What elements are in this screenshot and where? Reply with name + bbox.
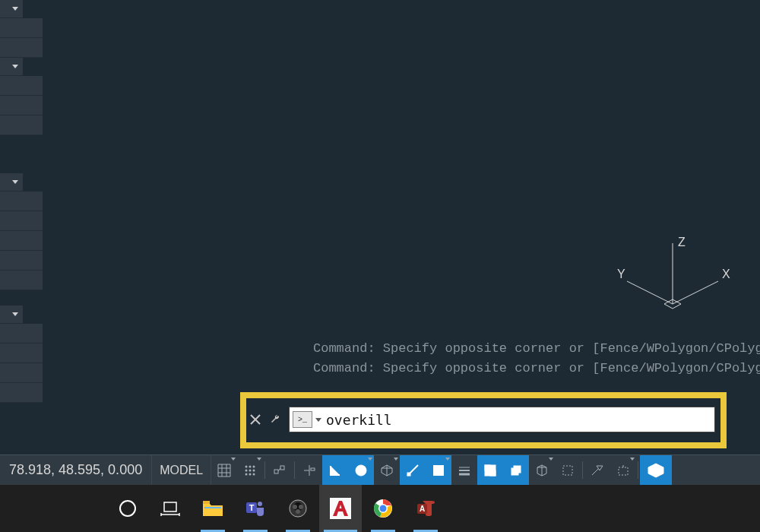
svg-rect-33 xyxy=(619,467,628,475)
ucs-z-label: Z xyxy=(678,236,686,249)
constraint-icon xyxy=(273,464,287,477)
isometric-drafting-toggle[interactable] xyxy=(374,455,400,485)
windows-taskbar: T A xyxy=(0,485,760,532)
svg-point-6 xyxy=(249,469,251,471)
chevron-down-icon xyxy=(445,458,450,461)
grid-display-toggle[interactable] xyxy=(211,455,237,485)
visual-style-icon xyxy=(647,462,665,479)
svg-point-2 xyxy=(245,465,247,467)
palette-row[interactable] xyxy=(0,231,43,251)
polar-icon xyxy=(354,464,368,477)
svg-point-53 xyxy=(380,505,387,512)
ucs-y-label: Y xyxy=(617,268,625,280)
infer-constraints-toggle[interactable] xyxy=(267,455,293,485)
svg-point-44 xyxy=(258,502,262,506)
chevron-down-icon[interactable] xyxy=(315,418,321,422)
customize-commandline-button[interactable] xyxy=(268,411,284,428)
filter-icon xyxy=(591,464,604,477)
command-history: Command: Specify opposite corner or [Fen… xyxy=(313,339,760,378)
palette-row[interactable] xyxy=(0,76,43,96)
command-input[interactable] xyxy=(325,407,714,432)
svg-text:T: T xyxy=(249,503,255,512)
cortana-icon xyxy=(118,499,138,518)
3d-osnap-icon xyxy=(535,464,549,477)
palette-row[interactable] xyxy=(0,271,43,290)
snap-icon xyxy=(243,464,257,477)
close-commandline-button[interactable] xyxy=(248,412,263,427)
coordinates-readout[interactable]: 78.918, 48.595, 0.000 xyxy=(0,462,151,478)
access-button[interactable]: A xyxy=(404,485,447,532)
svg-rect-36 xyxy=(164,502,176,511)
dynamic-input-toggle[interactable] xyxy=(296,455,322,485)
ortho-mode-toggle[interactable] xyxy=(322,455,348,485)
palette-row[interactable] xyxy=(0,211,43,231)
isometric-icon xyxy=(380,464,394,477)
selection-cycling-toggle[interactable] xyxy=(503,455,529,485)
object-snap-tracking-toggle[interactable] xyxy=(400,455,426,485)
autocad-icon xyxy=(328,496,353,521)
wrench-icon xyxy=(269,413,283,426)
3d-object-snap-toggle[interactable] xyxy=(529,455,555,485)
obs-button[interactable] xyxy=(277,485,319,532)
left-palettes xyxy=(0,0,43,441)
command-prompt-icon[interactable]: >_ xyxy=(293,411,312,428)
palette-header-1[interactable] xyxy=(0,0,23,18)
lineweight-toggle[interactable] xyxy=(451,455,477,485)
obs-icon xyxy=(287,498,309,519)
svg-rect-26 xyxy=(485,465,490,470)
palette-row[interactable] xyxy=(0,192,43,211)
ortho-icon xyxy=(328,464,342,477)
2d-object-snap-toggle[interactable] xyxy=(426,455,451,485)
file-explorer-button[interactable] xyxy=(192,485,234,532)
svg-rect-16 xyxy=(311,468,315,470)
palette-header-4[interactable] xyxy=(0,306,23,324)
palette-row[interactable] xyxy=(0,363,43,383)
dynamic-ucs-toggle[interactable] xyxy=(555,455,581,485)
ucs-x-axis xyxy=(673,281,718,304)
svg-point-49 xyxy=(296,509,300,514)
transparency-toggle[interactable] xyxy=(477,455,503,485)
polar-tracking-toggle[interactable] xyxy=(348,455,374,485)
chrome-icon xyxy=(372,498,394,519)
dynamic-input-icon xyxy=(302,464,316,477)
status-separator xyxy=(638,461,638,479)
palette-row[interactable] xyxy=(0,251,43,271)
svg-rect-27 xyxy=(490,470,496,476)
visual-style-toggle[interactable] xyxy=(640,455,672,485)
palette-row[interactable] xyxy=(0,96,43,116)
svg-point-10 xyxy=(252,473,255,475)
grid-icon xyxy=(217,464,231,477)
svg-rect-29 xyxy=(514,466,521,473)
palette-header-3[interactable] xyxy=(0,173,23,192)
lineweight-icon xyxy=(458,464,471,477)
svg-point-35 xyxy=(120,501,135,516)
svg-point-8 xyxy=(245,473,247,475)
model-space-button[interactable]: MODEL xyxy=(151,455,211,485)
gizmo-toggle[interactable] xyxy=(610,455,636,485)
palette-row[interactable] xyxy=(0,383,43,403)
palette-row[interactable] xyxy=(0,324,43,344)
svg-text:A: A xyxy=(420,505,425,513)
svg-point-47 xyxy=(293,505,297,509)
task-view-button[interactable] xyxy=(149,485,192,532)
svg-point-9 xyxy=(249,473,251,475)
folder-icon xyxy=(201,499,224,518)
palette-header-2[interactable] xyxy=(0,58,23,76)
autocad-button[interactable] xyxy=(319,485,362,532)
transparency-icon xyxy=(483,464,497,477)
chevron-down-icon xyxy=(549,458,553,461)
svg-point-3 xyxy=(249,465,251,467)
chrome-button[interactable] xyxy=(362,485,404,532)
palette-row[interactable] xyxy=(0,38,43,58)
chevron-down-icon xyxy=(368,458,372,461)
cortana-button[interactable] xyxy=(106,485,149,532)
palette-row[interactable] xyxy=(0,18,43,38)
teams-button[interactable]: T xyxy=(234,485,277,532)
palette-row[interactable] xyxy=(0,344,43,363)
status-separator xyxy=(294,461,295,479)
command-line-bar: >_ xyxy=(248,403,715,436)
selection-filtering-toggle[interactable] xyxy=(584,455,610,485)
palette-row[interactable] xyxy=(0,116,43,135)
snap-mode-toggle[interactable] xyxy=(237,455,263,485)
command-history-line: Command: Specify opposite corner or [Fen… xyxy=(313,359,760,378)
